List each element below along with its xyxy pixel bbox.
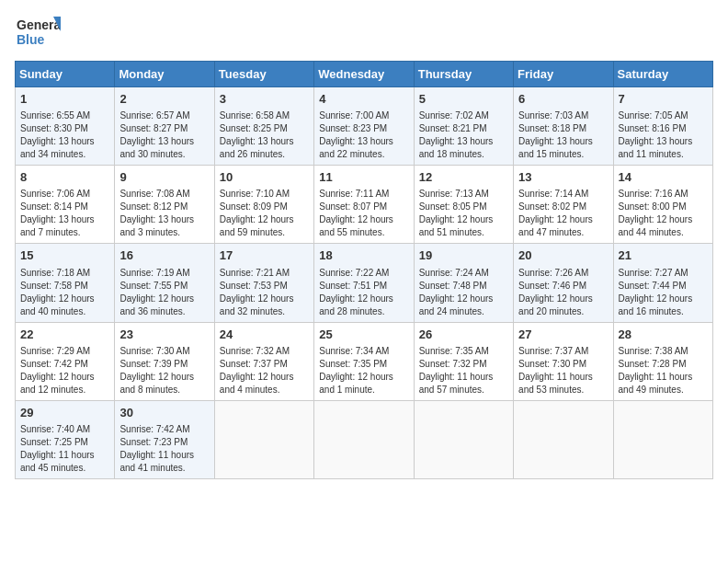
day-content: and 49 minutes. bbox=[619, 384, 708, 396]
logo: General Blue bbox=[15, 15, 61, 53]
day-content: Sunset: 7:46 PM bbox=[518, 280, 608, 293]
col-header-thursday: Thursday bbox=[414, 62, 513, 87]
day-content: Daylight: 12 hours bbox=[319, 213, 408, 226]
day-content: and 44 minutes. bbox=[619, 226, 708, 239]
day-content: Sunset: 8:00 PM bbox=[619, 201, 708, 213]
table-row: 23Sunrise: 7:30 AMSunset: 7:39 PMDayligh… bbox=[115, 322, 214, 400]
table-row: 14Sunrise: 7:16 AMSunset: 8:00 PMDayligh… bbox=[613, 166, 712, 244]
col-header-sunday: Sunday bbox=[16, 62, 115, 87]
day-content: Daylight: 12 hours bbox=[619, 213, 708, 226]
day-content: Sunset: 8:30 PM bbox=[20, 122, 109, 135]
table-row bbox=[514, 400, 613, 478]
day-number: 23 bbox=[119, 327, 209, 343]
table-row: 25Sunrise: 7:34 AMSunset: 7:35 PMDayligh… bbox=[314, 322, 414, 400]
day-content: Daylight: 13 hours bbox=[20, 135, 109, 148]
table-row: 15Sunrise: 7:18 AMSunset: 7:58 PMDayligh… bbox=[16, 244, 115, 322]
day-content: Daylight: 12 hours bbox=[119, 293, 209, 305]
table-row: 27Sunrise: 7:37 AMSunset: 7:30 PMDayligh… bbox=[514, 322, 613, 400]
day-content: Daylight: 12 hours bbox=[20, 293, 109, 305]
day-content: Sunrise: 7:32 AM bbox=[220, 345, 309, 358]
day-content: Sunrise: 7:40 AM bbox=[20, 423, 109, 436]
day-content: and 45 minutes. bbox=[20, 462, 109, 475]
day-number: 10 bbox=[220, 169, 309, 186]
day-content: Daylight: 12 hours bbox=[119, 371, 209, 384]
day-content: and 57 minutes. bbox=[419, 384, 508, 396]
day-content: Sunset: 8:25 PM bbox=[220, 122, 309, 135]
table-row: 11Sunrise: 7:11 AMSunset: 8:07 PMDayligh… bbox=[314, 166, 414, 244]
day-content: Sunset: 8:27 PM bbox=[119, 122, 209, 135]
svg-text:General: General bbox=[17, 17, 61, 32]
day-content: Daylight: 12 hours bbox=[220, 293, 309, 305]
day-content: Daylight: 11 hours bbox=[619, 371, 708, 384]
day-number: 7 bbox=[619, 91, 708, 108]
day-content: Daylight: 12 hours bbox=[220, 213, 309, 226]
table-row: 1Sunrise: 6:55 AMSunset: 8:30 PMDaylight… bbox=[16, 87, 115, 166]
day-content: Daylight: 13 hours bbox=[619, 135, 708, 148]
day-content: Sunrise: 7:11 AM bbox=[319, 188, 408, 201]
table-row bbox=[314, 400, 414, 478]
day-number: 25 bbox=[319, 327, 408, 343]
day-content: Sunrise: 7:29 AM bbox=[20, 345, 109, 358]
day-number: 5 bbox=[419, 91, 508, 108]
day-number: 8 bbox=[20, 169, 109, 186]
day-content: Daylight: 11 hours bbox=[419, 371, 508, 384]
day-number: 28 bbox=[619, 327, 708, 343]
day-content: Sunset: 7:30 PM bbox=[518, 358, 608, 371]
day-content: Daylight: 11 hours bbox=[20, 449, 109, 462]
day-number: 14 bbox=[619, 169, 708, 186]
day-content: Sunset: 7:42 PM bbox=[20, 358, 109, 371]
col-header-wednesday: Wednesday bbox=[314, 62, 414, 87]
table-row: 2Sunrise: 6:57 AMSunset: 8:27 PMDaylight… bbox=[115, 87, 214, 166]
day-number: 21 bbox=[619, 247, 708, 264]
day-content: and 20 minutes. bbox=[518, 305, 608, 318]
table-row: 19Sunrise: 7:24 AMSunset: 7:48 PMDayligh… bbox=[414, 244, 513, 322]
day-content: Sunrise: 7:19 AM bbox=[119, 267, 209, 280]
day-content: and 16 minutes. bbox=[619, 305, 708, 318]
day-number: 20 bbox=[518, 247, 608, 264]
day-content: and 30 minutes. bbox=[119, 148, 209, 161]
day-number: 13 bbox=[518, 169, 608, 186]
table-row: 24Sunrise: 7:32 AMSunset: 7:37 PMDayligh… bbox=[214, 322, 313, 400]
day-content: Sunset: 7:23 PM bbox=[119, 436, 209, 449]
day-number: 27 bbox=[518, 327, 608, 343]
table-row: 5Sunrise: 7:02 AMSunset: 8:21 PMDaylight… bbox=[414, 87, 513, 166]
day-content: Sunset: 8:18 PM bbox=[518, 122, 608, 135]
day-content: Sunrise: 7:03 AM bbox=[518, 109, 608, 122]
day-content: Sunrise: 7:14 AM bbox=[518, 188, 608, 201]
day-content: Daylight: 12 hours bbox=[518, 293, 608, 305]
day-content: Sunrise: 7:42 AM bbox=[119, 423, 209, 436]
day-number: 30 bbox=[119, 405, 209, 421]
day-content: and 1 minute. bbox=[319, 384, 408, 396]
table-row: 4Sunrise: 7:00 AMSunset: 8:23 PMDaylight… bbox=[314, 87, 414, 166]
col-header-monday: Monday bbox=[115, 62, 214, 87]
day-content: Sunset: 8:05 PM bbox=[419, 201, 508, 213]
day-content: Daylight: 12 hours bbox=[619, 293, 708, 305]
day-content: Sunset: 8:07 PM bbox=[319, 201, 408, 213]
day-content: Daylight: 12 hours bbox=[20, 371, 109, 384]
table-row: 3Sunrise: 6:58 AMSunset: 8:25 PMDaylight… bbox=[214, 87, 313, 166]
day-content: and 32 minutes. bbox=[220, 305, 309, 318]
day-content: and 41 minutes. bbox=[119, 462, 209, 475]
day-content: and 53 minutes. bbox=[518, 384, 608, 396]
table-row: 12Sunrise: 7:13 AMSunset: 8:05 PMDayligh… bbox=[414, 166, 513, 244]
day-content: Sunset: 8:23 PM bbox=[319, 122, 408, 135]
day-content: Daylight: 13 hours bbox=[419, 135, 508, 148]
day-content: Sunrise: 7:18 AM bbox=[20, 267, 109, 280]
day-content: Sunrise: 7:13 AM bbox=[419, 188, 508, 201]
col-header-saturday: Saturday bbox=[613, 62, 712, 87]
day-content: Sunset: 7:32 PM bbox=[419, 358, 508, 371]
day-content: Sunset: 8:12 PM bbox=[119, 201, 209, 213]
table-row: 10Sunrise: 7:10 AMSunset: 8:09 PMDayligh… bbox=[214, 166, 313, 244]
table-row: 8Sunrise: 7:06 AMSunset: 8:14 PMDaylight… bbox=[16, 166, 115, 244]
day-content: and 47 minutes. bbox=[518, 226, 608, 239]
day-content: Sunset: 8:16 PM bbox=[619, 122, 708, 135]
day-content: and 11 minutes. bbox=[619, 148, 708, 161]
day-content: Sunrise: 7:05 AM bbox=[619, 109, 708, 122]
table-row: 20Sunrise: 7:26 AMSunset: 7:46 PMDayligh… bbox=[514, 244, 613, 322]
day-content: Sunset: 7:35 PM bbox=[319, 358, 408, 371]
day-content: Sunrise: 7:24 AM bbox=[419, 267, 508, 280]
day-content: Sunrise: 7:10 AM bbox=[220, 188, 309, 201]
day-content: and 7 minutes. bbox=[20, 226, 109, 239]
table-row: 22Sunrise: 7:29 AMSunset: 7:42 PMDayligh… bbox=[16, 322, 115, 400]
day-content: Sunset: 7:58 PM bbox=[20, 280, 109, 293]
